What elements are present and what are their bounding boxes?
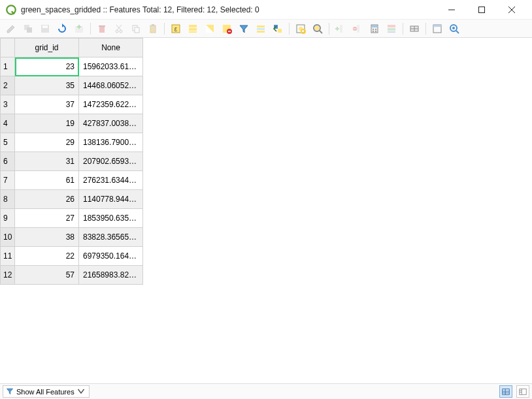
cell-none[interactable]: 1472359.622126...	[79, 95, 143, 114]
invert-selection-icon[interactable]	[203, 22, 217, 36]
table-corner[interactable]	[1, 39, 15, 57]
minimize-button[interactable]	[437, 0, 467, 20]
svg-rect-33	[257, 28, 265, 30]
column-header-none[interactable]: None	[79, 39, 143, 57]
multi-edit-icon[interactable]	[21, 22, 35, 36]
row-header[interactable]: 10	[1, 228, 15, 247]
row-header[interactable]: 5	[1, 133, 15, 152]
statusbar: Show All Features	[0, 383, 532, 399]
cell-none[interactable]: 207902.6593238...	[79, 152, 143, 171]
row-header[interactable]: 6	[1, 152, 15, 171]
cell-grid-id[interactable]: 29	[15, 133, 79, 152]
select-by-expression-icon[interactable]: ε	[169, 22, 183, 36]
cell-none[interactable]: 83828.36565011...	[79, 228, 143, 247]
cut-icon[interactable]	[112, 22, 126, 36]
svg-point-63	[452, 27, 455, 29]
row-header[interactable]: 12	[1, 266, 15, 285]
cell-grid-id[interactable]: 35	[15, 76, 79, 95]
actions-icon[interactable]	[407, 22, 422, 36]
cell-grid-id[interactable]: 26	[15, 190, 79, 209]
field-calculator-icon[interactable]	[367, 22, 382, 36]
svg-rect-3	[479, 7, 485, 12]
svg-rect-13	[99, 27, 105, 33]
table-row[interactable]: 103883828.36565011...	[1, 228, 143, 247]
save-edits-icon[interactable]	[38, 22, 52, 36]
cell-grid-id[interactable]: 23	[15, 57, 79, 76]
svg-point-39	[301, 29, 305, 33]
conditional-formatting-icon[interactable]	[384, 22, 399, 36]
column-header-grid-id[interactable]: grid_id	[15, 39, 79, 57]
cell-none[interactable]: 427837.0038470...	[79, 114, 143, 133]
select-by-value-icon[interactable]	[254, 22, 268, 36]
select-all-icon[interactable]	[186, 22, 200, 36]
table-row[interactable]: 631207902.6593238...	[1, 152, 143, 171]
reload-icon[interactable]	[55, 22, 69, 36]
cell-grid-id[interactable]: 31	[15, 152, 79, 171]
cell-grid-id[interactable]: 22	[15, 247, 79, 266]
svg-rect-25	[189, 25, 197, 27]
row-header[interactable]: 4	[1, 114, 15, 133]
cell-none[interactable]: 1853950.635000...	[79, 209, 143, 228]
new-column-icon[interactable]	[333, 22, 348, 36]
toolbar-separator	[425, 23, 426, 35]
row-header[interactable]: 3	[1, 95, 15, 114]
svg-point-15	[116, 30, 118, 33]
table-row[interactable]: 761276231.6344655...	[1, 171, 143, 190]
cell-grid-id[interactable]: 57	[15, 266, 79, 285]
paste-icon[interactable]	[146, 22, 160, 36]
form-view-button[interactable]	[516, 385, 529, 398]
dock-window-icon[interactable]	[430, 22, 444, 36]
svg-point-51	[373, 31, 374, 32]
cell-none[interactable]: 138136.7900205...	[79, 133, 143, 152]
identify-icon[interactable]	[447, 22, 461, 36]
row-header[interactable]: 7	[1, 171, 15, 190]
table-row[interactable]: 419427837.0038470...	[1, 114, 143, 133]
table-view-button[interactable]	[499, 385, 512, 398]
delete-column-icon[interactable]	[350, 22, 365, 36]
row-header[interactable]: 2	[1, 76, 15, 95]
row-header[interactable]: 11	[1, 247, 15, 266]
svg-rect-20	[135, 27, 139, 33]
table-row[interactable]: 529138136.7900205...	[1, 133, 143, 152]
cell-none[interactable]: 21658983.82321...	[79, 266, 143, 285]
table-row[interactable]: 9271853950.635000...	[1, 209, 143, 228]
cell-none[interactable]: 1140778.944095...	[79, 190, 143, 209]
filter-selection-icon[interactable]	[237, 22, 251, 36]
attribute-table-area[interactable]: grid_id None 12315962033.61128...2351446…	[0, 38, 532, 383]
cell-none[interactable]: 276231.6344655...	[79, 171, 143, 190]
row-header[interactable]: 9	[1, 209, 15, 228]
pan-to-selected-icon[interactable]	[293, 22, 308, 36]
table-row[interactable]: 8261140778.944095...	[1, 190, 143, 209]
row-header[interactable]: 8	[1, 190, 15, 209]
filter-mode-button[interactable]: Show All Features	[3, 385, 90, 398]
cell-grid-id[interactable]: 38	[15, 228, 79, 247]
cell-none[interactable]: 15962033.61128...	[79, 57, 143, 76]
deselect-all-icon[interactable]	[220, 22, 234, 36]
maximize-button[interactable]	[467, 0, 497, 20]
table-row[interactable]: 125721658983.82321...	[1, 266, 143, 285]
svg-rect-27	[189, 31, 197, 33]
cell-none[interactable]: 6979350.164590...	[79, 247, 143, 266]
svg-rect-64	[503, 389, 510, 394]
close-button[interactable]	[497, 0, 527, 20]
svg-rect-21	[150, 25, 156, 33]
titlebar: green_spaces_gridded :: Features Total: …	[0, 0, 532, 20]
cell-grid-id[interactable]: 61	[15, 171, 79, 190]
row-header[interactable]: 1	[1, 57, 15, 76]
table-row[interactable]: 23514468.06052163...	[1, 76, 143, 95]
table-row[interactable]: 12315962033.61128...	[1, 57, 143, 76]
table-row[interactable]: 3371472359.622126...	[1, 95, 143, 114]
cell-grid-id[interactable]: 27	[15, 209, 79, 228]
move-selection-top-icon[interactable]	[271, 22, 285, 36]
cell-grid-id[interactable]: 19	[15, 114, 79, 133]
add-feature-icon[interactable]	[72, 22, 86, 36]
zoom-to-selected-icon[interactable]	[310, 22, 325, 36]
delete-selected-icon[interactable]	[95, 22, 109, 36]
filter-icon	[6, 387, 14, 396]
table-row[interactable]: 11226979350.164590...	[1, 247, 143, 266]
copy-icon[interactable]	[129, 22, 143, 36]
svg-rect-60	[433, 25, 441, 27]
cell-grid-id[interactable]: 37	[15, 95, 79, 114]
cell-none[interactable]: 14468.06052163...	[79, 76, 143, 95]
toggle-edit-icon[interactable]	[4, 22, 18, 36]
